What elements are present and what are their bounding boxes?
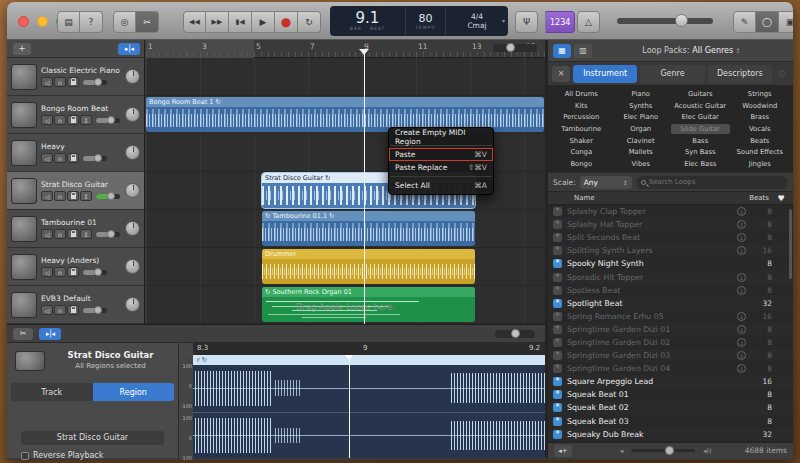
category-elec-bass[interactable]: Elec Bass	[671, 159, 730, 169]
track-header-heavy-anders[interactable]: Heavy (Anders)◁∩	[7, 248, 144, 286]
editor-button[interactable]: ✂	[136, 11, 159, 33]
category-elec-guitar[interactable]: Elec Guitar	[671, 112, 730, 122]
go-to-beginning-button[interactable]: ▮◀	[229, 11, 252, 33]
chevron-down-icon[interactable]: ▾	[502, 17, 505, 24]
pan-knob[interactable]	[125, 221, 140, 236]
category-bongo[interactable]: Bongo	[552, 159, 611, 169]
region-drummer[interactable]: Drummer	[262, 249, 475, 284]
lock-button[interactable]	[67, 153, 79, 163]
loop-row-spotlight-beat[interactable]: *Spotlight Beat32	[548, 297, 793, 310]
mute-button[interactable]: ◁	[41, 305, 53, 315]
track-volume-slider[interactable]	[83, 156, 107, 161]
lock-button[interactable]	[67, 229, 79, 239]
solo-button[interactable]: ∩	[54, 153, 66, 163]
cycle-button[interactable]: ↻	[298, 11, 321, 33]
scrollbar[interactable]	[789, 209, 792, 279]
pan-knob[interactable]	[125, 297, 140, 312]
track-volume-slider[interactable]	[96, 194, 120, 199]
volume-knob[interactable]	[94, 268, 102, 276]
category-mallets[interactable]: Mallets	[612, 147, 671, 157]
lock-button[interactable]	[67, 305, 79, 315]
search-input[interactable]	[649, 178, 783, 186]
category-conga[interactable]: Conga	[552, 147, 611, 157]
solo-button[interactable]: ∩	[54, 77, 66, 87]
quick-help-button[interactable]: ?	[80, 11, 103, 33]
column-name[interactable]: Name	[574, 194, 739, 202]
loop-browser-button[interactable]: ◯	[756, 11, 779, 33]
track-lane[interactable]	[146, 58, 545, 96]
record-button[interactable]: ●	[275, 11, 298, 33]
pan-knob[interactable]	[125, 259, 140, 274]
loop-row-spooky-night-synth[interactable]: *Spooky Night Synth8	[548, 257, 793, 270]
download-icon[interactable]: ↓	[737, 364, 746, 373]
category-elec-piano[interactable]: Elec Piano	[612, 112, 671, 122]
category-vocals[interactable]: Vocals	[731, 124, 790, 134]
download-icon[interactable]: ↓	[737, 338, 746, 347]
menu-item-select-all[interactable]: Select All⌘A	[389, 179, 493, 192]
editor-catch-playhead-button[interactable]: ▸│◂	[39, 328, 61, 340]
editor-ruler[interactable]: 8.399.2	[193, 343, 545, 355]
category-bass[interactable]: Bass	[671, 136, 730, 146]
tab-descriptors[interactable]: Descriptors	[708, 65, 772, 83]
metronome-button[interactable]: △	[577, 11, 600, 33]
loop-row-springtime-garden-dizi-03[interactable]: *Springtime Garden Dizi 03↓8	[548, 349, 793, 362]
tab-genre[interactable]: Genre	[640, 65, 704, 83]
mute-button[interactable]: ◁	[41, 115, 53, 125]
input-button[interactable]: ↧	[80, 191, 92, 201]
track-lane[interactable]: ↻Tambourine 01.1↻	[146, 210, 545, 248]
editor-waveform[interactable]	[193, 365, 545, 458]
close-window-button[interactable]	[18, 16, 29, 27]
loop-list-column-headers[interactable]: Name Beats ♥	[548, 192, 793, 205]
loop-row-sporadic-hit-topper[interactable]: *Sporadic Hit Topper↓8	[548, 270, 793, 283]
track-volume-slider[interactable]	[83, 270, 107, 275]
scale-dropdown[interactable]: Any↕	[580, 176, 632, 189]
loop-row-splashy-clap-topper[interactable]: *Splashy Clap Topper↓8	[548, 205, 793, 218]
pan-knob[interactable]	[125, 107, 140, 122]
track-header-tambourine-01[interactable]: Tambourine 01◁∩↧	[7, 210, 144, 248]
category-piano[interactable]: Piano	[612, 89, 671, 99]
solo-button[interactable]: ∩	[54, 115, 66, 125]
volume-knob[interactable]	[675, 14, 688, 27]
category-slide-guitar[interactable]: Slide Guitar	[671, 124, 730, 134]
reverse-playback-row[interactable]: Reverse Playback	[21, 451, 103, 460]
volume-knob[interactable]	[107, 230, 115, 238]
category-vibes[interactable]: Vibes	[612, 159, 671, 169]
download-icon[interactable]: ↓	[737, 220, 746, 229]
horizontal-zoom-slider[interactable]	[493, 44, 537, 52]
loop-row-springtime-garden-dizi-04[interactable]: *Springtime Garden Dizi 04↓8	[548, 362, 793, 375]
editor-scissors-button[interactable]: ✂	[13, 328, 33, 340]
preview-volume-knob[interactable]	[665, 446, 674, 455]
loop-row-squeak-beat-01[interactable]: *Squeak Beat 018	[548, 388, 793, 401]
button-view-button[interactable]: ▦	[553, 44, 571, 58]
editor-tab-track[interactable]: Track	[11, 383, 93, 401]
volume-knob[interactable]	[94, 78, 102, 86]
column-view-button[interactable]: ▥	[574, 44, 592, 58]
volume-knob[interactable]	[94, 154, 102, 162]
preview-volume-slider[interactable]	[631, 449, 695, 452]
mute-button[interactable]: ◁	[41, 229, 53, 239]
pan-knob[interactable]	[125, 183, 140, 198]
mute-button[interactable]: ◁	[41, 267, 53, 277]
category-acoustic-guitar[interactable]: Acoustic Guitar	[671, 101, 730, 111]
count-in-button[interactable]: 1234	[545, 11, 575, 33]
solo-button[interactable]: ∩	[54, 267, 66, 277]
master-volume-slider[interactable]	[617, 18, 713, 24]
media-browser-button[interactable]: ▣	[779, 11, 793, 33]
favorites-heart-icon[interactable]: ♡	[775, 69, 789, 79]
region-tambourine-01-1[interactable]: ↻Tambourine 01.1↻	[262, 211, 475, 246]
volume-knob[interactable]	[94, 306, 102, 314]
volume-knob[interactable]	[107, 192, 115, 200]
category-woodwind[interactable]: Woodwind	[731, 101, 790, 111]
editor-region-strip[interactable]: r ↻	[193, 355, 545, 365]
track-header-strat-disco-guitar[interactable]: Strat Disco Guitar◁∩↧	[7, 172, 144, 210]
category-jingles[interactable]: Jingles	[731, 159, 790, 169]
category-all-drums[interactable]: All Drums	[552, 89, 611, 99]
play-button[interactable]: ▶	[252, 11, 275, 33]
loop-row-springtime-garden-dizi-02[interactable]: *Springtime Garden Dizi 02↓8	[548, 336, 793, 349]
smart-controls-button[interactable]: ◎	[113, 11, 136, 33]
track-header-classic-electric-piano[interactable]: Classic Electric Piano◁∩	[7, 58, 144, 96]
tab-instrument[interactable]: Instrument	[573, 65, 637, 83]
loop-row-square-arpeggio-lead[interactable]: *Square Arpeggio Lead16	[548, 375, 793, 388]
download-icon[interactable]: ↓	[737, 312, 746, 321]
track-volume-slider[interactable]	[96, 118, 120, 123]
